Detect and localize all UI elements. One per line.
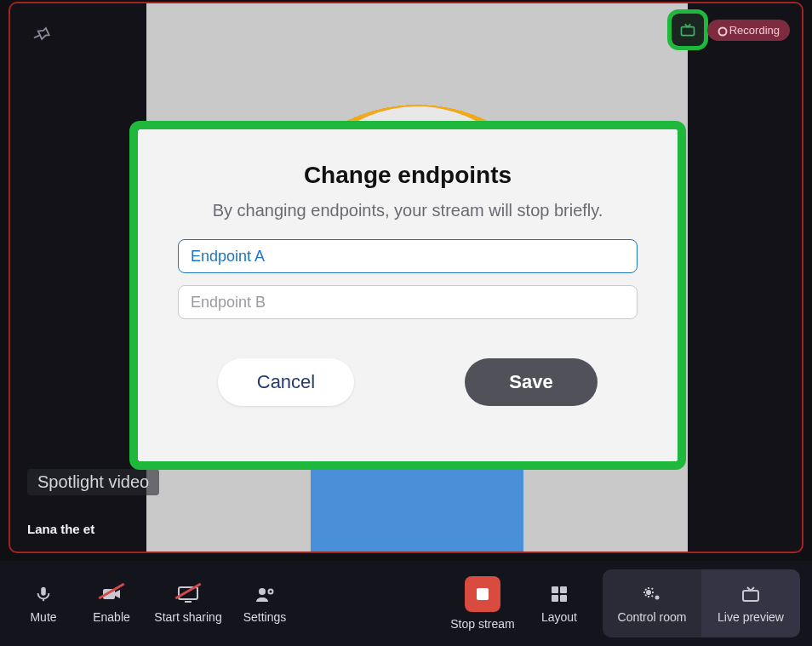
endpoint-a-input[interactable] [178,239,638,273]
control-room-label: Control room [618,610,687,624]
pin-icon [32,26,51,44]
recording-label: Recording [729,24,780,37]
live-stream-indicator[interactable] [672,14,704,46]
svg-rect-6 [552,586,558,593]
enable-label: Enable [93,610,130,624]
modal-subtitle: By changing endpoints, your stream will … [213,201,603,220]
stop-stream-label: Stop stream [450,617,514,631]
spotlight-badge: Spotlight video [27,469,159,495]
svg-rect-8 [552,595,558,602]
live-preview-label: Live preview [718,610,784,624]
svg-point-10 [646,590,651,595]
svg-rect-9 [560,595,567,602]
bottom-toolbar: Mute Enable Start sharing Settings [0,561,812,646]
svg-rect-12 [743,591,758,601]
svg-rect-2 [103,589,115,599]
svg-rect-0 [681,27,694,36]
tv-icon [740,583,762,605]
live-preview-button[interactable]: Live preview [701,569,800,637]
mute-label: Mute [30,610,56,624]
microphone-icon [32,583,54,605]
settings-label: Settings [243,610,287,624]
save-button[interactable]: Save [465,358,598,406]
modal-title: Change endpoints [304,162,512,189]
stop-stream-button[interactable]: Stop stream [443,569,523,637]
svg-point-11 [655,596,660,600]
svg-point-4 [259,588,266,595]
layout-button[interactable]: Layout [528,569,591,637]
control-room-button[interactable]: Control room [603,569,701,637]
participant-name: Lana the et [27,522,94,536]
settings-button[interactable]: Settings [233,569,296,637]
layout-label: Layout [541,610,577,624]
mute-button[interactable]: Mute [12,569,75,637]
cancel-button[interactable]: Cancel [218,358,354,406]
stop-icon [465,576,500,612]
svg-rect-3 [179,587,197,599]
settings-icon [254,583,276,605]
change-endpoints-modal: Change endpoints By changing endpoints, … [138,129,678,461]
svg-point-5 [269,590,273,594]
recording-badge[interactable]: Recording [707,20,790,41]
svg-rect-7 [560,586,567,593]
svg-point-1 [718,28,726,36]
screen-share-off-icon [177,583,199,605]
start-sharing-label: Start sharing [154,610,221,624]
tv-icon [679,21,696,38]
start-sharing-button[interactable]: Start sharing [148,569,228,637]
gears-icon [641,583,663,605]
layout-grid-icon [548,583,570,605]
record-icon [718,26,724,33]
pin-button[interactable] [29,22,54,48]
camera-off-icon [100,583,123,605]
endpoint-b-input[interactable] [178,285,638,319]
enable-camera-button[interactable]: Enable [80,569,143,637]
